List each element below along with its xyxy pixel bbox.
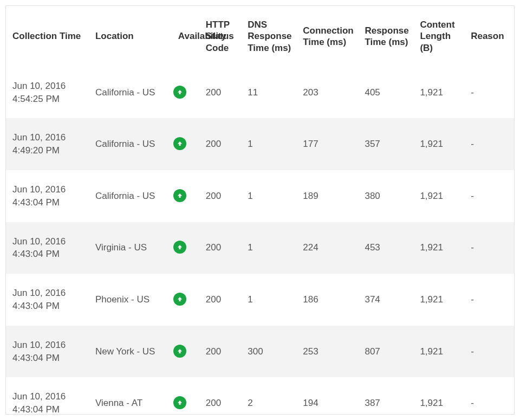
cell-availability: [172, 222, 199, 274]
table-row[interactable]: Jun 10, 2016 4:49:20 PMCalifornia - US20…: [6, 118, 514, 170]
cell-response-time: 405: [358, 67, 413, 119]
cell-content-length: 1,921: [413, 326, 464, 378]
cell-connection-time: 194: [296, 377, 358, 415]
table-row[interactable]: Jun 10, 2016 4:43:04 PMVienna - AT200219…: [6, 377, 514, 415]
col-header-reason[interactable]: Reason: [464, 6, 514, 67]
cell-availability: [172, 67, 199, 119]
cell-content-length: 1,921: [413, 170, 464, 222]
availability-up-icon: [173, 137, 186, 150]
cell-location: Virginia - US: [89, 222, 172, 274]
cell-response-time: 380: [358, 170, 413, 222]
cell-http-status: 200: [199, 222, 241, 274]
table-row[interactable]: Jun 10, 2016 4:43:04 PMPhoenix - US20011…: [6, 274, 514, 326]
cell-location: California - US: [89, 67, 172, 119]
cell-availability: [172, 170, 199, 222]
cell-collection-time: Jun 10, 2016 4:43:04 PM: [6, 274, 89, 326]
cell-http-status: 200: [199, 118, 241, 170]
cell-availability: [172, 118, 199, 170]
cell-reason: -: [464, 377, 514, 415]
cell-response-time: 807: [358, 326, 413, 378]
col-header-availability[interactable]: Availability: [172, 6, 199, 67]
cell-connection-time: 253: [296, 326, 358, 378]
cell-connection-time: 224: [296, 222, 358, 274]
cell-collection-time: Jun 10, 2016 4:54:25 PM: [6, 67, 89, 119]
cell-availability: [172, 274, 199, 326]
cell-availability: [172, 377, 199, 415]
cell-dns-response: 1: [241, 222, 296, 274]
cell-dns-response: 2: [241, 377, 296, 415]
cell-collection-time: Jun 10, 2016 4:43:04 PM: [6, 222, 89, 274]
col-header-connection-time[interactable]: Connection Time (ms): [296, 6, 358, 67]
availability-up-icon: [173, 345, 186, 358]
cell-availability: [172, 326, 199, 378]
cell-location: Vienna - AT: [89, 377, 172, 415]
cell-reason: -: [464, 326, 514, 378]
cell-response-time: 453: [358, 222, 413, 274]
col-header-location[interactable]: Location: [89, 6, 172, 67]
cell-response-time: 374: [358, 274, 413, 326]
table-row[interactable]: Jun 10, 2016 4:43:04 PMCalifornia - US20…: [6, 170, 514, 222]
col-header-dns-response[interactable]: DNS Response Time (ms): [241, 6, 296, 67]
cell-reason: -: [464, 274, 514, 326]
cell-collection-time: Jun 10, 2016 4:43:04 PM: [6, 170, 89, 222]
cell-reason: -: [464, 222, 514, 274]
cell-response-time: 357: [358, 118, 413, 170]
cell-reason: -: [464, 170, 514, 222]
cell-reason: -: [464, 118, 514, 170]
cell-content-length: 1,921: [413, 222, 464, 274]
monitoring-table: Collection Time Location Availability HT…: [6, 6, 514, 415]
col-header-response-time[interactable]: Response Time (ms): [358, 6, 413, 67]
cell-location: California - US: [89, 170, 172, 222]
cell-dns-response: 1: [241, 170, 296, 222]
cell-http-status: 200: [199, 67, 241, 119]
cell-dns-response: 1: [241, 118, 296, 170]
col-header-content-length[interactable]: Content Length (B): [413, 6, 464, 67]
cell-content-length: 1,921: [413, 118, 464, 170]
cell-connection-time: 189: [296, 170, 358, 222]
col-header-http-status[interactable]: HTTP Status Code: [199, 6, 241, 67]
availability-up-icon: [173, 241, 186, 254]
cell-connection-time: 203: [296, 67, 358, 119]
availability-up-icon: [173, 293, 186, 306]
cell-collection-time: Jun 10, 2016 4:49:20 PM: [6, 118, 89, 170]
table-row[interactable]: Jun 10, 2016 4:43:04 PMVirginia - US2001…: [6, 222, 514, 274]
cell-content-length: 1,921: [413, 274, 464, 326]
availability-up-icon: [173, 189, 186, 202]
cell-http-status: 200: [199, 170, 241, 222]
availability-up-icon: [173, 86, 186, 99]
availability-up-icon: [173, 396, 186, 409]
cell-http-status: 200: [199, 377, 241, 415]
cell-connection-time: 186: [296, 274, 358, 326]
cell-collection-time: Jun 10, 2016 4:43:04 PM: [6, 326, 89, 378]
cell-location: California - US: [89, 118, 172, 170]
cell-http-status: 200: [199, 326, 241, 378]
table-row[interactable]: Jun 10, 2016 4:54:25 PMCalifornia - US20…: [6, 67, 514, 119]
cell-response-time: 387: [358, 377, 413, 415]
col-header-collection-time[interactable]: Collection Time: [6, 6, 89, 67]
cell-dns-response: 11: [241, 67, 296, 119]
cell-http-status: 200: [199, 274, 241, 326]
cell-connection-time: 177: [296, 118, 358, 170]
table-header-row: Collection Time Location Availability HT…: [6, 6, 514, 67]
table-row[interactable]: Jun 10, 2016 4:43:04 PMNew York - US2003…: [6, 326, 514, 378]
cell-location: New York - US: [89, 326, 172, 378]
cell-content-length: 1,921: [413, 377, 464, 415]
cell-content-length: 1,921: [413, 67, 464, 119]
cell-dns-response: 1: [241, 274, 296, 326]
monitoring-table-panel: Collection Time Location Availability HT…: [5, 5, 515, 415]
cell-collection-time: Jun 10, 2016 4:43:04 PM: [6, 377, 89, 415]
cell-location: Phoenix - US: [89, 274, 172, 326]
cell-dns-response: 300: [241, 326, 296, 378]
cell-reason: -: [464, 67, 514, 119]
